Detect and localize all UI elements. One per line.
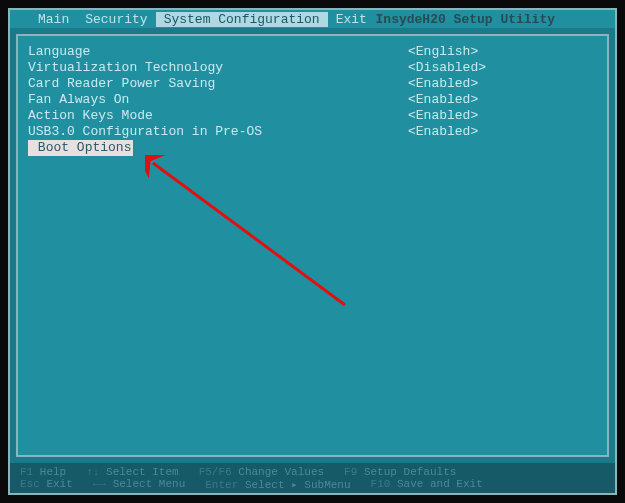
setting-card-reader[interactable]: Card Reader Power Saving <Enabled> xyxy=(28,76,597,92)
submenu-hint: Enter Select ▸ SubMenu xyxy=(205,478,350,491)
setting-value: <Enabled> xyxy=(408,92,597,108)
setting-value: <Enabled> xyxy=(408,76,597,92)
setting-action-keys[interactable]: Action Keys Mode <Enabled> xyxy=(28,108,597,124)
setting-virtualization[interactable]: Virtualization Technology <Disabled> xyxy=(28,60,597,76)
setting-label: Fan Always On xyxy=(28,92,408,108)
tab-bar: Main Security System Configuration Exit xyxy=(10,12,375,27)
setting-label: Card Reader Power Saving xyxy=(28,76,408,92)
change-values-hint: F5/F6 Change Values xyxy=(199,466,324,478)
submenu-arrow-icon: ▸ xyxy=(30,140,38,155)
setting-fan[interactable]: Fan Always On <Enabled> xyxy=(28,92,597,108)
header-bar: Main Security System Configuration Exit … xyxy=(10,10,615,28)
footer-row-1: F1 Help ↑↓ Select Item F5/F6 Change Valu… xyxy=(20,466,605,478)
setting-label: Virtualization Technology xyxy=(28,60,408,76)
setting-value: <Enabled> xyxy=(408,124,597,140)
selected-label: Boot Options xyxy=(38,140,132,155)
tab-system-configuration[interactable]: System Configuration xyxy=(156,12,328,27)
save-exit-hint: F10 Save and Exit xyxy=(371,478,483,491)
setting-value: <Disabled> xyxy=(408,60,597,76)
setting-value: <Enabled> xyxy=(408,108,597,124)
tab-security[interactable]: Security xyxy=(77,12,155,27)
help-hint: F1 Help xyxy=(20,466,66,478)
setting-value: <English> xyxy=(408,44,597,60)
setting-label: USB3.0 Configuration in Pre-OS xyxy=(28,124,408,140)
select-item-hint: ↑↓ Select Item xyxy=(86,466,178,478)
bios-screen: Main Security System Configuration Exit … xyxy=(8,8,617,495)
setting-usb3[interactable]: USB3.0 Configuration in Pre-OS <Enabled> xyxy=(28,124,597,140)
exit-hint: Esc Exit xyxy=(20,478,73,491)
footer-bar: F1 Help ↑↓ Select Item F5/F6 Change Valu… xyxy=(10,463,615,493)
setting-boot-options[interactable]: ▸Boot Options xyxy=(28,140,597,156)
footer-row-2: Esc Exit ←→ Select Menu Enter Select ▸ S… xyxy=(20,478,605,491)
setting-label: Action Keys Mode xyxy=(28,108,408,124)
tab-exit[interactable]: Exit xyxy=(328,12,375,27)
select-menu-hint: ←→ Select Menu xyxy=(93,478,185,491)
utility-title: InsydeH20 Setup Utility xyxy=(376,12,555,27)
setup-defaults-hint: F9 Setup Defaults xyxy=(344,466,456,478)
selected-highlight: ▸Boot Options xyxy=(28,140,133,156)
setting-language[interactable]: Language <English> xyxy=(28,44,597,60)
setting-label: Language xyxy=(28,44,408,60)
content-panel: Language <English> Virtualization Techno… xyxy=(16,34,609,457)
tab-main[interactable]: Main xyxy=(30,12,77,27)
